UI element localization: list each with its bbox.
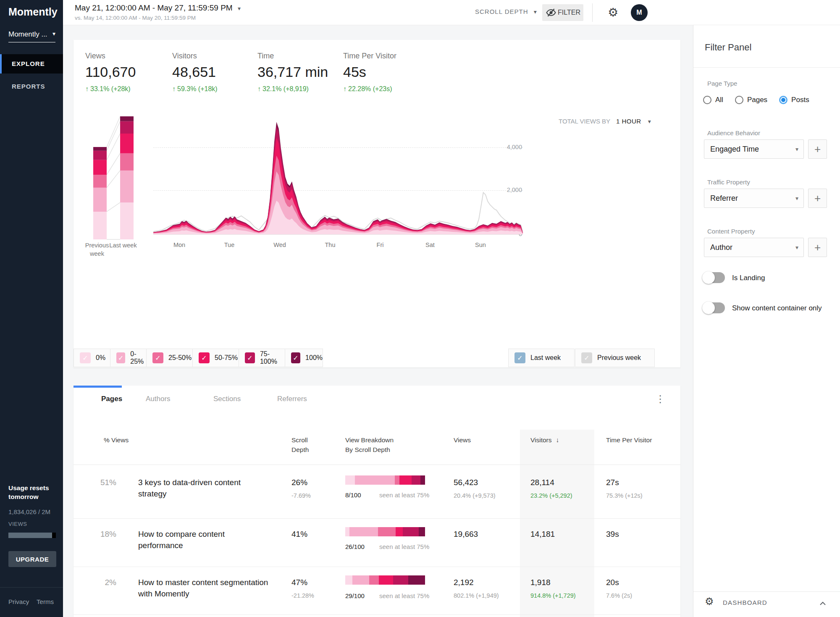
checkbox-75-100[interactable]: ✓ bbox=[245, 352, 255, 363]
breakdown-segment bbox=[345, 527, 349, 536]
row-page-title[interactable]: How to master content segmentation with … bbox=[138, 577, 270, 599]
breakdown-segment bbox=[345, 575, 352, 585]
dashboard-link[interactable]: DASHBOARD bbox=[723, 599, 767, 606]
row-tpv-delta: 7.6% (2s) bbox=[606, 592, 632, 599]
topbar-divider bbox=[592, 3, 593, 22]
legend-cell-100: ✓ 100% bbox=[285, 349, 323, 367]
stat-delta: ↑33.1% (+28k) bbox=[85, 85, 136, 93]
table-menu-kebab-icon[interactable]: ⋮ bbox=[655, 393, 665, 405]
sidebar-item-reports[interactable]: REPORTS bbox=[0, 77, 63, 96]
col-header-view-breakdown[interactable]: View Breakdown By Scroll Depth bbox=[345, 435, 394, 455]
table-header-divider bbox=[74, 465, 680, 465]
audience-behavior-label: Audience Behavior bbox=[707, 129, 760, 137]
settings-gear-icon[interactable]: ⚙ bbox=[608, 5, 618, 20]
up-arrow-icon: ↑ bbox=[85, 85, 89, 92]
breakdown-segment bbox=[399, 475, 412, 485]
add-content-property-button[interactable]: + bbox=[808, 238, 827, 257]
checkbox-25-50[interactable]: ✓ bbox=[152, 352, 163, 363]
row-page-title[interactable]: How to compare content performance bbox=[138, 529, 270, 551]
mini-bar-label-last: Last week bbox=[108, 242, 138, 250]
app-logo: Momently bbox=[8, 6, 58, 18]
chart-interval-prefix: TOTAL VIEWS BY bbox=[559, 118, 610, 125]
overview-chart-card: Views 110,670 ↑33.1% (+28k) Visitors 48,… bbox=[74, 40, 680, 368]
row-visitors-delta: 914.8% (+1,729) bbox=[530, 592, 576, 599]
row-breakdown-note: seen at least 75% bbox=[379, 491, 429, 499]
legend-cell-previous-week: ✓ Previous week bbox=[575, 349, 655, 367]
show-content-container-toggle[interactable] bbox=[703, 302, 725, 313]
checkbox-100[interactable]: ✓ bbox=[291, 352, 300, 363]
add-traffic-property-button[interactable]: + bbox=[808, 189, 827, 208]
col-header-visitors[interactable]: Visitors ↓ bbox=[530, 435, 559, 445]
checkbox-previous-week[interactable]: ✓ bbox=[581, 352, 592, 363]
metric-select[interactable]: SCROLL DEPTH ▾ bbox=[475, 8, 537, 15]
stat-label: Visitors bbox=[172, 52, 218, 60]
row-scroll-depth: 41% bbox=[291, 530, 307, 539]
upgrade-button[interactable]: UPGRADE bbox=[8, 551, 56, 567]
checkbox-0pct[interactable]: ✓ bbox=[80, 352, 91, 363]
col-header-pct-views[interactable]: % Views bbox=[104, 435, 129, 445]
chart-interval-select[interactable]: TOTAL VIEWS BY 1 HOUR ▾ bbox=[559, 118, 651, 125]
table-row[interactable]: 18% How to compare content performance 4… bbox=[74, 519, 680, 567]
row-pct-views: 2% bbox=[86, 578, 116, 587]
traffic-property-select[interactable]: Referrer ▾ bbox=[704, 189, 804, 208]
stat-delta: ↑59.3% (+18k) bbox=[172, 85, 218, 93]
breakdown-segment bbox=[349, 527, 378, 536]
scroll-depth-breakdown-bar bbox=[345, 575, 425, 585]
stat-delta: ↑22.28% (+23s) bbox=[343, 85, 396, 93]
chart-interval-value: 1 HOUR bbox=[616, 118, 641, 125]
checkbox-last-week[interactable]: ✓ bbox=[514, 352, 525, 363]
filter-button[interactable]: FILTER bbox=[542, 4, 583, 21]
radio-circle bbox=[703, 96, 711, 104]
legend-cell-last-week: ✓ Last week bbox=[508, 349, 575, 367]
sort-down-arrow-icon: ↓ bbox=[556, 436, 559, 444]
tab-referrers[interactable]: Referrers bbox=[277, 395, 307, 403]
is-landing-label: Is Landing bbox=[732, 274, 765, 282]
tab-sections[interactable]: Sections bbox=[213, 395, 241, 403]
col-header-time-per-visitor[interactable]: Time Per Visitor bbox=[606, 435, 652, 445]
x-label-thu: Thu bbox=[318, 242, 343, 248]
tab-pages[interactable]: Pages bbox=[101, 395, 122, 403]
tab-authors[interactable]: Authors bbox=[146, 395, 171, 403]
x-label-sat: Sat bbox=[417, 242, 443, 248]
col-header-views[interactable]: Views bbox=[454, 435, 471, 445]
checkbox-50-75[interactable]: ✓ bbox=[199, 352, 210, 363]
user-avatar[interactable]: M bbox=[631, 4, 648, 21]
is-landing-toggle[interactable] bbox=[703, 272, 725, 283]
checkbox-0-25[interactable]: ✓ bbox=[116, 352, 125, 363]
add-audience-behavior-button[interactable]: + bbox=[808, 139, 827, 159]
site-select-label: Momently ... bbox=[8, 30, 47, 38]
radio-pages[interactable]: Pages bbox=[735, 96, 767, 104]
dashboard-gear-icon[interactable]: ⚙ bbox=[705, 596, 714, 607]
breakdown-segment bbox=[378, 527, 396, 536]
audience-behavior-select[interactable]: Engaged Time ▾ bbox=[704, 139, 804, 159]
legend-cell-0pct: ✓ 0% bbox=[74, 349, 110, 367]
row-time-per-visitor: 20s bbox=[606, 578, 619, 587]
radio-posts[interactable]: Posts bbox=[779, 96, 809, 104]
legend-cell-25-50: ✓ 25-50% bbox=[146, 349, 193, 367]
row-scroll-delta: -21.28% bbox=[291, 592, 314, 599]
stat-time: Time 36,717 min ↑32.1% (+8,919) bbox=[257, 52, 328, 93]
row-views: 2,192 bbox=[454, 578, 474, 587]
date-range-label: May 21, 12:00:00 AM - May 27, 11:59:59 P… bbox=[75, 3, 233, 12]
legend-label: Last week bbox=[530, 354, 561, 362]
row-page-title[interactable]: 3 keys to data-driven content strategy bbox=[138, 477, 270, 499]
table-row[interactable]: 51% 3 keys to data-driven content strate… bbox=[74, 465, 680, 519]
scroll-depth-breakdown-bar bbox=[345, 527, 425, 536]
date-range-picker[interactable]: May 21, 12:00:00 AM - May 27, 11:59:59 P… bbox=[75, 3, 241, 21]
col-header-line: Scroll bbox=[291, 435, 309, 445]
privacy-link[interactable]: Privacy bbox=[8, 598, 29, 605]
stat-delta: ↑32.1% (+8,919) bbox=[257, 85, 328, 93]
terms-link[interactable]: Terms bbox=[37, 598, 54, 605]
breakdown-segment bbox=[403, 527, 419, 536]
breakdown-segment bbox=[352, 575, 369, 585]
site-select[interactable]: Momently ... ▾ bbox=[8, 30, 55, 42]
col-header-scroll-depth[interactable]: Scroll Depth bbox=[291, 435, 309, 455]
sidebar: Momently Momently ... ▾ EXPLORE REPORTS … bbox=[0, 0, 63, 617]
sidebar-item-explore[interactable]: EXPLORE bbox=[0, 54, 63, 74]
radio-all[interactable]: All bbox=[703, 96, 723, 104]
table-row[interactable]: 2% How to master content segmentation wi… bbox=[74, 567, 680, 615]
sidebar-divider bbox=[0, 587, 63, 588]
collapse-chevron-up-icon[interactable] bbox=[819, 600, 826, 607]
stat-value: 45s bbox=[343, 64, 396, 80]
content-property-select[interactable]: Author ▾ bbox=[704, 238, 804, 257]
